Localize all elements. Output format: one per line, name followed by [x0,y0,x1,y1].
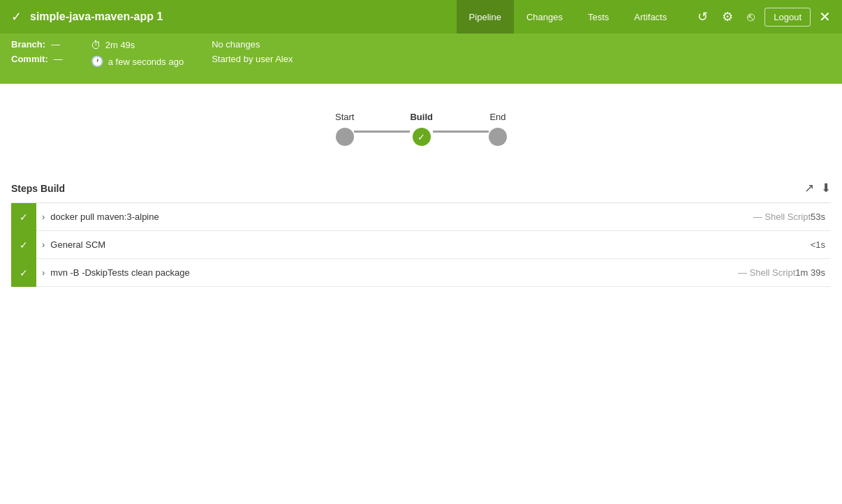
header: ✓ simple-java-maven-app 1 Pipeline Chang… [0,0,842,34]
step3-check-icon: ✓ [20,267,28,279]
tab-changes[interactable]: Changes [514,0,575,34]
end-node-circle [489,128,507,146]
step1-expand[interactable]: › [36,212,50,222]
step3-duration: 1m 39s [795,267,831,278]
download-icon[interactable]: ⬇ [821,181,831,195]
step2-name: General SCM [50,239,804,250]
refresh-icon: ↺ [697,9,708,24]
step3-type: — Shell Script [738,267,795,278]
no-changes-text: No changes [212,39,260,50]
pipeline-track: Start Build End [335,112,507,146]
table-row: ✓ › General SCM <1s [11,231,831,259]
table-row: ✓ › mvn -B -DskipTests clean package — S… [11,259,831,287]
commit-label: Commit: [11,54,48,64]
step1-type: — Shell Script [753,212,811,222]
tab-tests[interactable]: Tests [575,0,621,34]
app-title: simple-java-maven-app 1 [30,10,163,23]
settings-button[interactable]: ⚙ [718,6,737,27]
close-button[interactable]: ✕ [819,8,831,25]
steps-section: Steps Build ↗ ⬇ ✓ › docker pull maven:3-… [0,174,842,287]
step1-status: ✓ [11,203,36,231]
step3-status: ✓ [11,259,36,287]
exit-icon: ⎋ [747,10,755,24]
started-by-text: Started by user Alex [212,54,293,64]
step2-expand[interactable]: › [36,239,50,250]
step2-status: ✓ [11,231,36,259]
build-node-circle [413,128,431,146]
duration-value: 2m 49s [105,40,135,50]
start-node-circle [336,128,354,146]
refresh-button[interactable]: ↺ [693,6,712,27]
step1-duration: 53s [811,212,831,222]
pipeline-node-start: Start [335,112,354,146]
step3-expand[interactable]: › [36,267,50,278]
steps-actions: ↗ ⬇ [804,181,831,195]
pipeline-node-end: End [489,112,507,146]
exit-button[interactable]: ⎋ [743,7,759,27]
tab-artifacts[interactable]: Artifacts [621,0,679,34]
branch-commit-info: Branch: — Commit: — [11,39,63,64]
pipeline-line-1 [354,131,410,133]
header-actions: ↺ ⚙ ⎋ Logout ✕ [693,6,831,27]
step2-duration: <1s [811,239,831,250]
branch-label: Branch: [11,39,45,50]
steps-title: Steps Build [11,183,65,194]
step3-name: mvn -B -DskipTests clean package [50,267,732,278]
tab-pipeline[interactable]: Pipeline [457,0,514,34]
pipeline-diagram: Start Build End [0,84,842,167]
check-icon: ✓ [11,9,22,24]
status-info: No changes Started by user Alex [212,39,293,64]
main-content: Start Build End Steps Bui [0,84,842,504]
pipeline-line-2 [433,131,489,133]
nav-tabs: Pipeline Changes Tests Artifacts [457,0,680,34]
end-node-label: End [489,112,505,122]
build-node-label: Build [410,112,433,122]
pipeline-node-build: Build [410,112,433,146]
time-info: ⏱ 2m 49s 🕐 a few seconds ago [91,39,184,68]
start-node-label: Start [335,112,354,122]
sub-header: Branch: — Commit: — ⏱ 2m 49s 🕐 a few sec… [0,34,842,84]
commit-value: — [54,54,63,64]
step1-check-icon: ✓ [20,212,28,223]
build-check-icon [418,132,425,142]
logout-button[interactable]: Logout [765,8,811,27]
steps-header: Steps Build ↗ ⬇ [11,174,831,203]
branch-value: — [51,39,60,50]
clock-icon: 🕐 [91,55,104,68]
step1-name: docker pull maven:3-alpine [50,212,747,222]
step2-check-icon: ✓ [20,239,28,251]
gear-icon: ⚙ [722,9,733,24]
duration-icon: ⏱ [91,39,101,51]
table-row: ✓ › docker pull maven:3-alpine — Shell S… [11,203,831,231]
time-ago-value: a few seconds ago [108,57,184,67]
external-link-icon[interactable]: ↗ [804,181,814,195]
